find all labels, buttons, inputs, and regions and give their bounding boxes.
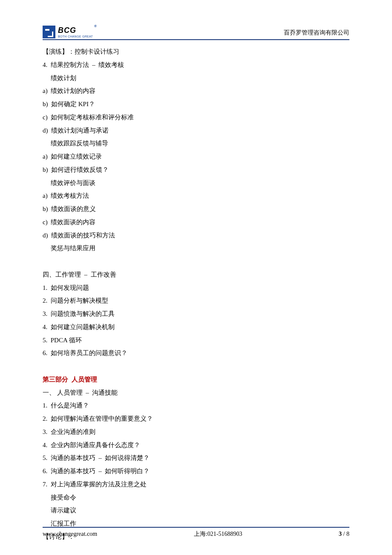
body-line: a) 如何建立绩效记录 [43,150,349,163]
body-line: 1. 什么是沟通？ [43,399,349,412]
body-line: 4. 结果控制方法 – 绩效考核 [43,58,349,72]
body-line: 5. PDCA 循环 [43,334,349,347]
body-line [43,360,349,373]
body-line: d) 绩效面谈的技巧和方法 [43,229,349,242]
body-line: 第三部分 人员管理 [43,373,349,386]
body-line: 四、工作管理 – 工作改善 [43,268,349,281]
logo-mark-icon [43,26,55,38]
body-line: 绩效跟踪反馈与辅导 [43,137,349,150]
body-line: b) 如何确定 KPI？ [43,98,349,111]
logo-text-sub: BOTH CHANGE GREAT [58,35,93,38]
body-line: 2. 如何理解沟通在管理中的重要意义？ [43,412,349,425]
footer-contact: 上海:021-51688903 [194,530,242,538]
company-name: 百乔罗管理咨询有限公司 [284,29,349,37]
logo-text-main: BCG [58,26,93,34]
body-line: c) 如何制定考核标准和评分标准 [43,111,349,124]
body-line: 5. 沟通的基本技巧 – 如何说得清楚？ [43,451,349,465]
body-line: 6. 如何培养员工的问题意识？ [43,347,349,360]
body-line: 6. 沟通的基本技巧 – 如何听得明白？ [43,465,349,478]
page-footer: www.changegreat.com 上海:021-51688903 3 / … [43,527,349,538]
body-line: 接受命令 [43,491,349,504]
body-line: 奖惩与结果应用 [43,242,349,255]
body-line: a) 绩效计划的内容 [43,84,349,98]
page-total: 8 [346,531,349,537]
body-line: 请示建议 [43,504,349,517]
body-line: 一、 人员管理 – 沟通技能 [43,386,349,399]
page-sep: / [342,531,346,537]
body-line: 1. 如何发现问题 [43,281,349,295]
footer-page-number: 3 / 8 [339,531,349,538]
logo: BCG BOTH CHANGE GREAT [43,26,93,38]
body-line: 绩效评价与面谈 [43,176,349,190]
body-line: 4. 企业内部沟通应具备什么态度？ [43,439,349,452]
body-line: 3. 企业沟通的准则 [43,425,349,439]
body-line: 3. 问题愤激与解决的工具 [43,307,349,321]
body-line: 【演练】：控制卡设计练习 [43,45,349,58]
body-line: b) 如何进行绩效反馈？ [43,163,349,176]
body-line: a) 绩效考核方法 [43,189,349,202]
body-line: 4. 如何建立问题解决机制 [43,321,349,334]
body-line: d) 绩效计划沟通与承诺 [43,124,349,137]
page-header: BCG BOTH CHANGE GREAT 百乔罗管理咨询有限公司 [43,26,349,40]
body-line: 绩效计划 [43,72,349,85]
footer-website: www.changegreat.com [43,531,97,538]
body-line: 7. 对上沟通应掌握的方法及注意之处 [43,478,349,491]
body-line [43,255,349,268]
body-line: b) 绩效面谈的意义 [43,202,349,216]
body-line: 2. 问题分析与解决模型 [43,294,349,307]
document-body: 【演练】：控制卡设计练习4. 结果控制方法 – 绩效考核 绩效计划a) 绩效计划… [43,45,349,543]
body-line: c) 绩效面谈的内容 [43,216,349,229]
